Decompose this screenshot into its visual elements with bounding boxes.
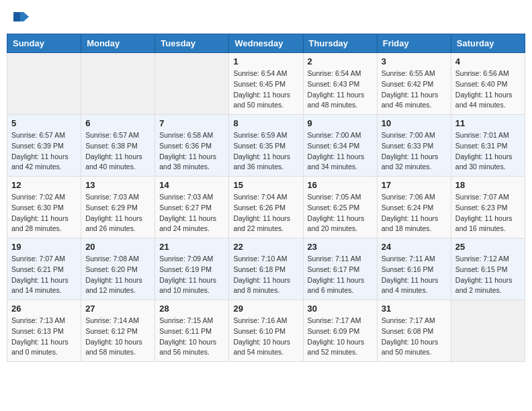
day-header-wednesday: Wednesday [229, 34, 303, 53]
day-number: 15 [233, 180, 298, 190]
day-number: 14 [159, 180, 224, 190]
calendar-cell: 11Sunrise: 7:01 AMSunset: 6:31 PMDayligh… [451, 115, 525, 177]
day-number: 11 [455, 118, 521, 128]
calendar-cell [7, 53, 81, 115]
day-number: 29 [233, 304, 298, 314]
day-info: Sunrise: 6:58 AMSunset: 6:36 PMDaylight:… [159, 130, 224, 173]
calendar-cell: 20Sunrise: 7:08 AMSunset: 6:20 PMDayligh… [81, 238, 155, 300]
day-number: 21 [159, 242, 224, 252]
day-number: 24 [382, 242, 447, 252]
day-info: Sunrise: 7:00 AMSunset: 6:33 PMDaylight:… [382, 130, 447, 173]
day-number: 16 [308, 180, 373, 190]
day-info: Sunrise: 7:11 AMSunset: 6:17 PMDaylight:… [308, 254, 373, 296]
calendar-cell: 18Sunrise: 7:07 AMSunset: 6:23 PMDayligh… [451, 177, 525, 238]
calendar-cell: 13Sunrise: 7:03 AMSunset: 6:29 PMDayligh… [81, 177, 155, 238]
day-number: 4 [455, 56, 521, 66]
day-number: 1 [233, 56, 298, 66]
day-number: 6 [85, 118, 150, 128]
day-number: 19 [11, 242, 77, 252]
day-info: Sunrise: 7:08 AMSunset: 6:20 PMDaylight:… [85, 254, 150, 296]
calendar-cell: 30Sunrise: 7:17 AMSunset: 6:09 PMDayligh… [303, 300, 377, 362]
day-number: 17 [382, 180, 447, 190]
calendar-cell: 25Sunrise: 7:12 AMSunset: 6:15 PMDayligh… [451, 238, 525, 300]
day-number: 30 [308, 304, 373, 314]
day-number: 7 [159, 118, 224, 128]
day-info: Sunrise: 7:13 AMSunset: 6:13 PMDaylight:… [11, 316, 77, 358]
day-info: Sunrise: 6:57 AMSunset: 6:39 PMDaylight:… [11, 130, 77, 173]
calendar-cell: 27Sunrise: 7:14 AMSunset: 6:12 PMDayligh… [81, 300, 155, 362]
day-header-tuesday: Tuesday [155, 34, 229, 53]
calendar-week-4: 19Sunrise: 7:07 AMSunset: 6:21 PMDayligh… [7, 238, 525, 300]
calendar-cell: 28Sunrise: 7:15 AMSunset: 6:11 PMDayligh… [155, 300, 229, 362]
calendar-cell: 9Sunrise: 7:00 AMSunset: 6:34 PMDaylight… [303, 115, 377, 177]
calendar-cell: 2Sunrise: 6:54 AMSunset: 6:43 PMDaylight… [303, 53, 377, 115]
day-info: Sunrise: 7:05 AMSunset: 6:25 PMDaylight:… [308, 192, 373, 234]
calendar-cell: 15Sunrise: 7:04 AMSunset: 6:26 PMDayligh… [229, 177, 303, 238]
calendar-cell: 5Sunrise: 6:57 AMSunset: 6:39 PMDaylight… [7, 115, 81, 177]
day-number: 27 [85, 304, 150, 314]
day-number: 12 [11, 180, 77, 190]
day-info: Sunrise: 6:56 AMSunset: 6:40 PMDaylight:… [455, 68, 521, 111]
day-number: 10 [382, 118, 447, 128]
calendar-cell: 10Sunrise: 7:00 AMSunset: 6:33 PMDayligh… [377, 115, 451, 177]
calendar-cell: 12Sunrise: 7:02 AMSunset: 6:30 PMDayligh… [7, 177, 81, 238]
calendar-cell: 3Sunrise: 6:55 AMSunset: 6:42 PMDaylight… [377, 53, 451, 115]
calendar-week-3: 12Sunrise: 7:02 AMSunset: 6:30 PMDayligh… [7, 177, 525, 238]
day-number: 22 [233, 242, 298, 252]
day-info: Sunrise: 7:04 AMSunset: 6:26 PMDaylight:… [233, 192, 298, 234]
day-number: 31 [382, 304, 447, 314]
calendar-cell: 19Sunrise: 7:07 AMSunset: 6:21 PMDayligh… [7, 238, 81, 300]
calendar-cell: 6Sunrise: 6:57 AMSunset: 6:38 PMDaylight… [81, 115, 155, 177]
day-info: Sunrise: 6:59 AMSunset: 6:35 PMDaylight:… [233, 130, 298, 173]
day-info: Sunrise: 7:12 AMSunset: 6:15 PMDaylight:… [455, 254, 521, 296]
day-info: Sunrise: 7:07 AMSunset: 6:23 PMDaylight:… [455, 192, 521, 234]
calendar-cell: 7Sunrise: 6:58 AMSunset: 6:36 PMDaylight… [155, 115, 229, 177]
day-number: 18 [455, 180, 521, 190]
calendar-cell: 24Sunrise: 7:11 AMSunset: 6:16 PMDayligh… [377, 238, 451, 300]
day-info: Sunrise: 7:09 AMSunset: 6:19 PMDaylight:… [159, 254, 224, 296]
day-info: Sunrise: 7:17 AMSunset: 6:08 PMDaylight:… [382, 316, 447, 358]
day-info: Sunrise: 7:03 AMSunset: 6:29 PMDaylight:… [85, 192, 150, 234]
calendar-table: SundayMondayTuesdayWednesdayThursdayFrid… [7, 34, 525, 362]
calendar-header-row: SundayMondayTuesdayWednesdayThursdayFrid… [7, 34, 525, 53]
day-info: Sunrise: 7:16 AMSunset: 6:10 PMDaylight:… [233, 316, 298, 358]
day-number: 26 [11, 304, 77, 314]
day-header-thursday: Thursday [303, 34, 377, 53]
day-info: Sunrise: 7:11 AMSunset: 6:16 PMDaylight:… [382, 254, 447, 296]
page-header [7, 7, 525, 27]
calendar-cell: 29Sunrise: 7:16 AMSunset: 6:10 PMDayligh… [229, 300, 303, 362]
day-info: Sunrise: 6:55 AMSunset: 6:42 PMDaylight:… [382, 68, 447, 111]
day-info: Sunrise: 7:14 AMSunset: 6:12 PMDaylight:… [85, 316, 150, 358]
day-number: 28 [159, 304, 224, 314]
day-header-monday: Monday [81, 34, 155, 53]
calendar-cell: 21Sunrise: 7:09 AMSunset: 6:19 PMDayligh… [155, 238, 229, 300]
day-info: Sunrise: 7:17 AMSunset: 6:09 PMDaylight:… [308, 316, 373, 358]
day-header-friday: Friday [377, 34, 451, 53]
calendar-cell: 22Sunrise: 7:10 AMSunset: 6:18 PMDayligh… [229, 238, 303, 300]
calendar-cell: 26Sunrise: 7:13 AMSunset: 6:13 PMDayligh… [7, 300, 81, 362]
calendar-cell: 14Sunrise: 7:03 AMSunset: 6:27 PMDayligh… [155, 177, 229, 238]
day-number: 13 [85, 180, 150, 190]
day-info: Sunrise: 6:57 AMSunset: 6:38 PMDaylight:… [85, 130, 150, 173]
day-number: 20 [85, 242, 150, 252]
day-header-sunday: Sunday [7, 34, 81, 53]
calendar-week-1: 1Sunrise: 6:54 AMSunset: 6:45 PMDaylight… [7, 53, 525, 115]
day-info: Sunrise: 7:15 AMSunset: 6:11 PMDaylight:… [159, 316, 224, 358]
calendar-cell: 31Sunrise: 7:17 AMSunset: 6:08 PMDayligh… [377, 300, 451, 362]
day-number: 3 [382, 56, 447, 66]
day-info: Sunrise: 6:54 AMSunset: 6:43 PMDaylight:… [308, 68, 373, 111]
day-number: 25 [455, 242, 521, 252]
calendar-cell [451, 300, 525, 362]
day-info: Sunrise: 7:01 AMSunset: 6:31 PMDaylight:… [455, 130, 521, 173]
day-info: Sunrise: 7:00 AMSunset: 6:34 PMDaylight:… [308, 130, 373, 173]
calendar-cell: 1Sunrise: 6:54 AMSunset: 6:45 PMDaylight… [229, 53, 303, 115]
day-header-saturday: Saturday [451, 34, 525, 53]
day-number: 23 [308, 242, 373, 252]
day-info: Sunrise: 7:10 AMSunset: 6:18 PMDaylight:… [233, 254, 298, 296]
calendar-cell [155, 53, 229, 115]
calendar-cell: 16Sunrise: 7:05 AMSunset: 6:25 PMDayligh… [303, 177, 377, 238]
day-info: Sunrise: 7:07 AMSunset: 6:21 PMDaylight:… [11, 254, 77, 296]
calendar-cell: 17Sunrise: 7:06 AMSunset: 6:24 PMDayligh… [377, 177, 451, 238]
calendar-cell [81, 53, 155, 115]
logo-icon [10, 7, 30, 27]
